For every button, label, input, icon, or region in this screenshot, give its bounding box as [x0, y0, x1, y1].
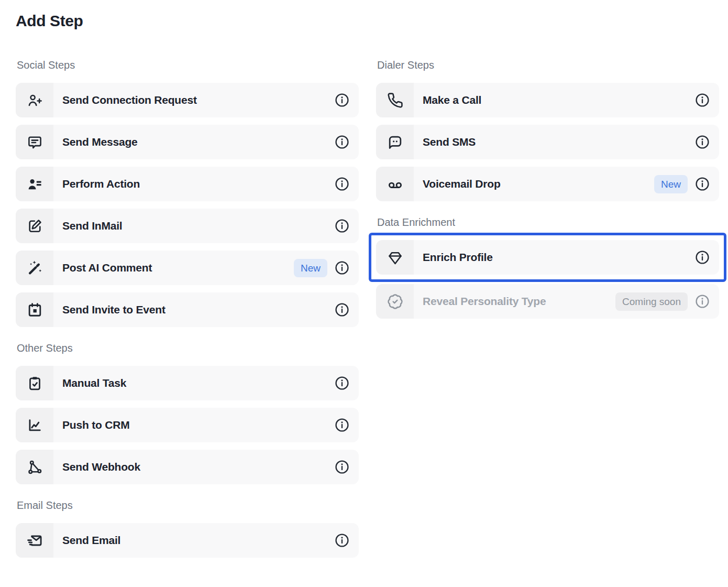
info-icon[interactable] — [695, 93, 710, 107]
step-enrich-profile[interactable]: Enrich Profile — [376, 240, 719, 275]
step-label: Send Email — [62, 534, 335, 547]
edit-icon — [16, 209, 53, 243]
sms-icon — [376, 125, 414, 159]
step-perform-action[interactable]: Perform Action — [16, 167, 359, 201]
step-send-webhook[interactable]: Send Webhook — [16, 450, 359, 484]
section-label: Other Steps — [17, 341, 358, 355]
info-icon[interactable] — [695, 177, 710, 191]
page-title: Add Step — [16, 12, 719, 30]
step-send-connection-request[interactable]: Send Connection Request — [16, 83, 359, 117]
step-label: Push to CRM — [62, 419, 335, 431]
add-step-panel: Add Step Social Steps Send Connection Re… — [16, 12, 719, 571]
info-icon[interactable] — [335, 460, 349, 474]
phone-icon — [376, 83, 414, 117]
step-push-to-crm[interactable]: Push to CRM — [16, 408, 359, 442]
clipboard-check-icon — [16, 366, 53, 400]
step-send-email[interactable]: Send Email — [16, 523, 359, 558]
section-dialer-steps: Dialer Steps Make a Call Send SMS Voicem… — [376, 58, 719, 201]
step-label: Enrich Profile — [423, 251, 695, 264]
info-icon[interactable] — [335, 376, 349, 390]
step-send-message[interactable]: Send Message — [16, 125, 359, 159]
step-manual-task[interactable]: Manual Task — [16, 366, 359, 400]
info-icon[interactable] — [695, 250, 710, 265]
step-send-inmail[interactable]: Send InMail — [16, 209, 359, 243]
step-label: Perform Action — [62, 178, 335, 190]
section-label: Data Enrichment — [377, 215, 718, 230]
new-badge: New — [654, 175, 688, 193]
steps-column-right: Dialer Steps Make a Call Send SMS Voicem… — [376, 58, 719, 571]
message-icon — [16, 125, 53, 159]
info-icon[interactable] — [335, 418, 349, 432]
step-send-sms[interactable]: Send SMS — [376, 125, 719, 159]
info-icon[interactable] — [335, 302, 349, 317]
new-badge: New — [294, 259, 327, 277]
step-label: Voicemail Drop — [423, 178, 654, 190]
webhook-icon — [16, 450, 53, 484]
section-data-enrichment: Data Enrichment Enrich Profile Reveal Pe… — [376, 215, 719, 319]
diamond-icon — [376, 240, 414, 275]
calendar-icon — [16, 292, 53, 327]
section-label: Dialer Steps — [377, 58, 718, 72]
step-label: Send Webhook — [62, 461, 335, 473]
info-icon[interactable] — [335, 177, 349, 191]
chart-icon — [16, 408, 53, 442]
step-send-invite-to-event[interactable]: Send Invite to Event — [16, 292, 359, 327]
step-label: Send Invite to Event — [62, 303, 335, 316]
magic-wand-icon — [16, 251, 53, 285]
step-label: Manual Task — [62, 377, 335, 389]
info-icon[interactable] — [335, 219, 349, 233]
step-label: Send Connection Request — [62, 94, 335, 106]
step-voicemail-drop[interactable]: Voicemail Drop New — [376, 167, 719, 201]
info-icon[interactable] — [335, 93, 349, 107]
step-label: Send SMS — [423, 136, 695, 148]
section-social-steps: Social Steps Send Connection Request Sen… — [16, 58, 359, 327]
highlight-box: Enrich Profile — [369, 233, 726, 282]
section-label: Social Steps — [17, 58, 358, 72]
info-icon[interactable] — [695, 294, 710, 309]
email-send-icon — [16, 523, 53, 558]
step-post-ai-comment[interactable]: Post AI Comment New — [16, 251, 359, 285]
coming-soon-badge: Coming soon — [615, 292, 688, 311]
section-label: Email Steps — [17, 498, 358, 513]
step-label: Send InMail — [62, 220, 335, 232]
step-label: Post AI Comment — [62, 262, 294, 274]
step-label: Reveal Personality Type — [423, 295, 615, 308]
section-other-steps: Other Steps Manual Task Push to CRM Send… — [16, 341, 359, 484]
step-columns: Social Steps Send Connection Request Sen… — [16, 58, 719, 571]
info-icon[interactable] — [335, 260, 349, 275]
step-label: Make a Call — [423, 94, 695, 106]
info-icon[interactable] — [695, 135, 710, 149]
info-icon[interactable] — [335, 135, 349, 149]
step-reveal-personality-type: Reveal Personality Type Coming soon — [376, 284, 719, 319]
section-email-steps: Email Steps Send Email — [16, 498, 359, 558]
step-make-a-call[interactable]: Make a Call — [376, 83, 719, 117]
person-add-icon — [16, 83, 53, 117]
steps-column-left: Social Steps Send Connection Request Sen… — [16, 58, 359, 571]
badge-check-icon — [376, 284, 414, 319]
person-list-icon — [16, 167, 53, 201]
voicemail-icon — [376, 167, 414, 201]
info-icon[interactable] — [335, 533, 349, 548]
step-label: Send Message — [62, 136, 335, 148]
